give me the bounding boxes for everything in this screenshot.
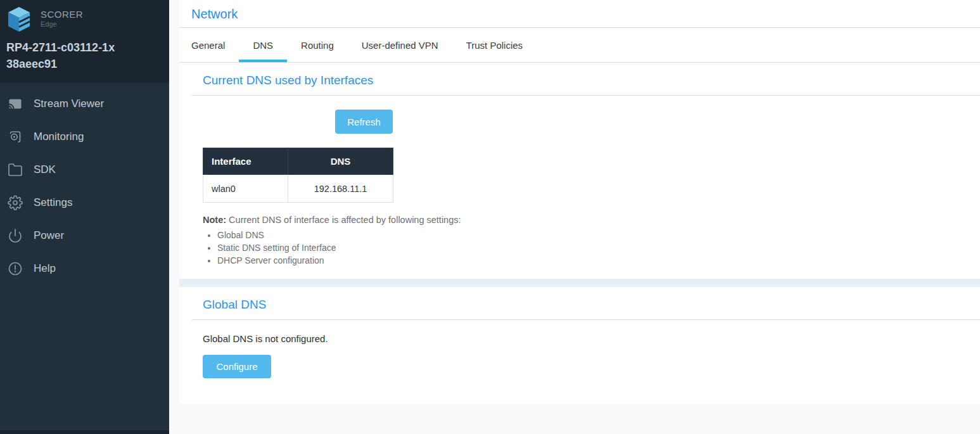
current-dns-section: Current DNS used by Interfaces Refresh I… xyxy=(179,73,980,265)
sidebar-item-help[interactable]: Help xyxy=(0,252,169,285)
global-dns-status: Global DNS is not configured. xyxy=(203,333,980,344)
tab-dns[interactable]: DNS xyxy=(239,28,287,62)
dns-column-header: DNS xyxy=(288,148,393,175)
configure-button[interactable]: Configure xyxy=(203,355,271,378)
device-id: RP4-2711-c03112-1x 38aeec91 xyxy=(5,35,164,72)
dns-cell: 192.168.11.1 xyxy=(288,175,393,203)
global-dns-heading: Global DNS xyxy=(203,298,980,312)
note-list-item: Static DNS setting of Interface xyxy=(217,243,980,253)
tab-routing[interactable]: Routing xyxy=(287,28,348,62)
sidebar-item-label: Settings xyxy=(34,196,72,209)
sidebar-item-monitoring[interactable]: Monitoring xyxy=(0,120,169,153)
sidebar: SCORER Edge RP4-2711-c03112-1x 38aeec91 xyxy=(0,0,169,434)
content-card: Network General DNS Routing User-defined… xyxy=(179,0,980,404)
help-icon xyxy=(8,261,23,276)
brand-text: SCORER Edge xyxy=(41,6,83,28)
sidebar-item-label: Stream Viewer xyxy=(34,98,104,110)
sidebar-item-settings[interactable]: Settings xyxy=(0,186,169,219)
sidebar-menu: Stream Viewer Monitoring xyxy=(0,82,169,285)
device-id-line2: 38aeec91 xyxy=(6,58,57,70)
sidebar-item-label: SDK xyxy=(34,163,56,176)
device-id-line1: RP4-2711-c03112-1x xyxy=(6,41,115,54)
refresh-button[interactable]: Refresh xyxy=(335,110,393,134)
note-label: Note: xyxy=(203,215,226,225)
network-tabs: General DNS Routing User-defined VPN Tru… xyxy=(179,28,980,63)
sidebar-item-power[interactable]: Power xyxy=(0,219,169,252)
interface-cell: wlan0 xyxy=(203,175,288,203)
power-icon xyxy=(8,228,23,243)
note-list-item: DHCP Server configuration xyxy=(217,255,980,265)
table-header-row: Interface DNS xyxy=(203,148,393,175)
tab-trust-policies[interactable]: Trust Policies xyxy=(452,28,537,62)
note-body: Current DNS of interface is affected by … xyxy=(226,215,461,225)
scorer-logo-icon xyxy=(6,6,32,33)
brand: SCORER Edge xyxy=(5,5,164,35)
sidebar-item-label: Help xyxy=(34,262,56,275)
app-window: SCORER Edge RP4-2711-c03112-1x 38aeec91 xyxy=(0,0,980,434)
tab-general[interactable]: General xyxy=(179,28,239,62)
sidebar-item-stream-viewer[interactable]: Stream Viewer xyxy=(0,87,169,120)
sidebar-item-sdk[interactable]: SDK xyxy=(0,153,169,186)
sidebar-item-label: Power xyxy=(34,229,64,242)
sidebar-bottom-strip xyxy=(0,430,169,434)
global-dns-divider xyxy=(192,319,980,320)
monitor-eye-icon xyxy=(8,129,23,144)
interface-column-header: Interface xyxy=(203,148,288,175)
cast-icon xyxy=(8,96,23,112)
note-text: Note: Current DNS of interface is affect… xyxy=(203,215,980,225)
dns-table: Interface DNS wlan0 192.168.11.1 xyxy=(203,148,393,203)
section-divider-band xyxy=(179,279,980,287)
gear-icon xyxy=(8,195,23,210)
global-dns-section: Global DNS Global DNS is not configured.… xyxy=(179,298,980,378)
current-dns-divider xyxy=(192,95,980,96)
sidebar-header: SCORER Edge RP4-2711-c03112-1x 38aeec91 xyxy=(0,0,169,82)
current-dns-heading: Current DNS used by Interfaces xyxy=(203,73,980,87)
table-row: wlan0 192.168.11.1 xyxy=(203,175,393,203)
tab-user-defined-vpn[interactable]: User-defined VPN xyxy=(348,28,452,62)
page-title: Network xyxy=(179,0,980,27)
brand-subtitle: Edge xyxy=(41,20,83,28)
main-area: Network General DNS Routing User-defined… xyxy=(169,0,980,434)
sidebar-item-label: Monitoring xyxy=(34,131,84,143)
brand-name: SCORER xyxy=(41,9,83,20)
note-list: Global DNS Static DNS setting of Interfa… xyxy=(207,230,980,265)
note-list-item: Global DNS xyxy=(217,230,980,240)
folder-icon xyxy=(8,162,23,177)
